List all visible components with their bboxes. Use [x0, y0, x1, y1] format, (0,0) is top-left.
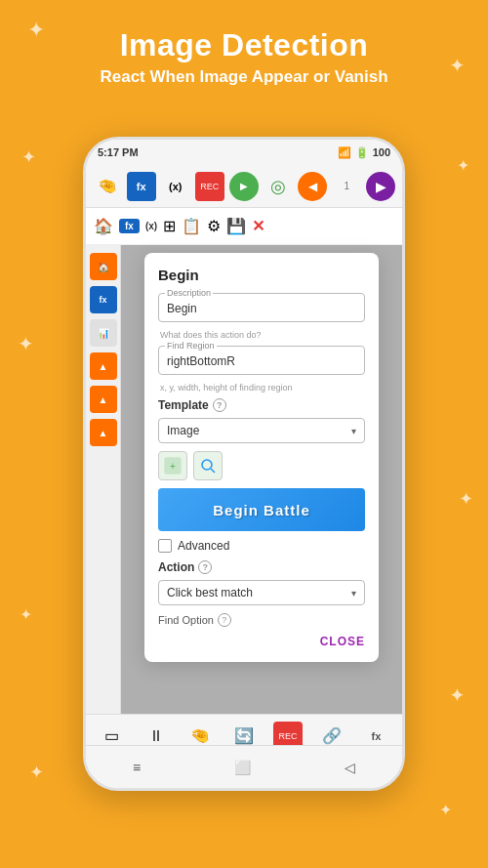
bottom-nav-home[interactable]: ⬜ — [234, 760, 251, 775]
search-image-button[interactable] — [193, 451, 223, 480]
find-region-label: Find Region — [165, 341, 217, 351]
side-icon-4[interactable]: ▲ — [90, 352, 117, 380]
description-field[interactable]: Description Begin — [158, 293, 365, 322]
dialog-overlay: Begin Description Begin What does this a… — [121, 245, 402, 751]
action-dropdown-arrow: ▾ — [351, 588, 356, 599]
save-icon[interactable]: 💾 — [226, 217, 246, 235]
formula-icon[interactable]: (x) — [145, 221, 157, 231]
toolbar-back-icon[interactable]: ◀ — [298, 172, 327, 201]
sparkle-8: ✦ — [449, 683, 466, 707]
advanced-checkbox[interactable] — [158, 539, 172, 553]
grid-icon[interactable]: ⊞ — [163, 217, 176, 235]
image-preview: Begin Battle — [158, 488, 365, 531]
status-bar: 5:17 PM 📶 🔋 100 — [86, 140, 402, 165]
close-toolbar-icon[interactable]: ✕ — [252, 217, 264, 235]
action-section-label: Action ? — [158, 560, 365, 574]
image-preview-text: Begin Battle — [213, 502, 310, 518]
status-time: 5:17 PM — [98, 146, 139, 158]
header-section: Image Detection React When Image Appear … — [0, 0, 488, 103]
action-dropdown-value: Click best match — [167, 586, 253, 599]
page-subtitle: React When Image Appear or Vanish — [0, 67, 488, 87]
second-toolbar: 🏠 fx (x) ⊞ 📋 ⚙ 💾 ✕ — [86, 208, 402, 245]
battery-icon: 🔋 — [355, 146, 369, 159]
svg-text:+: + — [170, 461, 176, 472]
main-content: Begin Description Begin What does this a… — [121, 245, 402, 751]
side-icon-2[interactable]: fx — [90, 286, 117, 313]
close-button[interactable]: CLOSE — [320, 635, 365, 648]
svg-point-2 — [202, 460, 212, 470]
toolbar-fx-icon[interactable]: fx — [127, 172, 156, 201]
phone-frame: 5:17 PM 📶 🔋 100 🤏 fx (x) REC ▶ ◎ ◀ 1 ▶ 🏠… — [83, 137, 405, 791]
find-option-help-icon[interactable]: ? — [218, 613, 231, 627]
find-option-label: Find Option — [158, 614, 214, 626]
close-button-row: CLOSE — [158, 635, 365, 648]
dialog-title: Begin — [158, 267, 365, 283]
toolbar-number-icon[interactable]: 1 — [332, 172, 361, 201]
side-icon-3[interactable]: 📊 — [90, 319, 117, 347]
sparkle-3: ✦ — [21, 146, 36, 168]
toolbar-play-icon[interactable]: ▶ — [229, 172, 259, 201]
bottom-nav-bar: ≡ ⬜ ◁ — [86, 745, 402, 788]
home-icon[interactable]: 🏠 — [94, 217, 113, 235]
toolbar-rec-icon[interactable]: REC — [195, 172, 224, 201]
template-dropdown-arrow: ▾ — [351, 426, 356, 436]
action-dropdown[interactable]: Click best match ▾ — [158, 580, 365, 605]
description-hint: What does this action do? — [160, 330, 365, 340]
toolbar-next-icon[interactable]: ▶ — [366, 172, 395, 201]
add-image-button[interactable]: + — [158, 451, 187, 480]
advanced-label: Advanced — [178, 539, 229, 553]
fx-button[interactable]: fx — [119, 219, 140, 233]
bottom-nav-back[interactable]: ◁ — [345, 760, 355, 775]
copy-icon[interactable]: 📋 — [182, 217, 201, 235]
side-strip: 🏠 fx 📊 ▲ ▲ ▲ — [86, 245, 121, 751]
sparkle-6: ✦ — [459, 488, 473, 510]
sparkle-5: ✦ — [18, 332, 34, 355]
side-icon-6[interactable]: ▲ — [90, 419, 117, 446]
toolbar-x-icon[interactable]: (x) — [161, 172, 190, 201]
find-region-field[interactable]: Find Region rightBottomR — [158, 346, 365, 375]
sparkle-10: ✦ — [439, 801, 452, 819]
phone-content: 🏠 fx 📊 ▲ ▲ ▲ Begin Description Begin — [86, 245, 402, 751]
bottom-nav-menu[interactable]: ≡ — [133, 760, 141, 775]
status-icons: 📶 🔋 100 — [338, 146, 390, 159]
advanced-row[interactable]: Advanced — [158, 539, 365, 553]
side-icon-5[interactable]: ▲ — [90, 386, 117, 413]
sparkle-9: ✦ — [29, 762, 44, 783]
sparkle-7: ✦ — [20, 605, 32, 624]
dialog-box: Begin Description Begin What does this a… — [144, 253, 379, 662]
template-help-icon[interactable]: ? — [213, 398, 226, 412]
page-title: Image Detection — [0, 27, 488, 63]
svg-line-3 — [211, 469, 215, 473]
template-section-label: Template ? — [158, 398, 365, 412]
toolbar-gesture-icon[interactable]: 🤏 — [93, 172, 122, 201]
battery-text: 100 — [373, 146, 390, 158]
find-region-value: rightBottomR — [167, 354, 356, 368]
template-icons-row: + — [158, 451, 365, 480]
template-dropdown[interactable]: Image ▾ — [158, 418, 365, 443]
sparkle-4: ✦ — [457, 156, 469, 175]
wifi-icon: 📶 — [338, 146, 351, 159]
find-option-row: Find Option ? — [158, 613, 365, 627]
settings-icon[interactable]: ⚙ — [207, 217, 221, 235]
find-region-hint: x, y, width, height of finding region — [160, 383, 365, 393]
template-dropdown-value: Image — [167, 424, 199, 437]
description-label: Description — [165, 288, 213, 298]
toolbar-circle-icon[interactable]: ◎ — [264, 172, 293, 201]
description-value: Begin — [167, 302, 356, 315]
action-help-icon[interactable]: ? — [198, 560, 212, 574]
side-icon-1[interactable]: 🏠 — [90, 253, 117, 280]
top-toolbar: 🤏 fx (x) REC ▶ ◎ ◀ 1 ▶ — [86, 165, 402, 208]
